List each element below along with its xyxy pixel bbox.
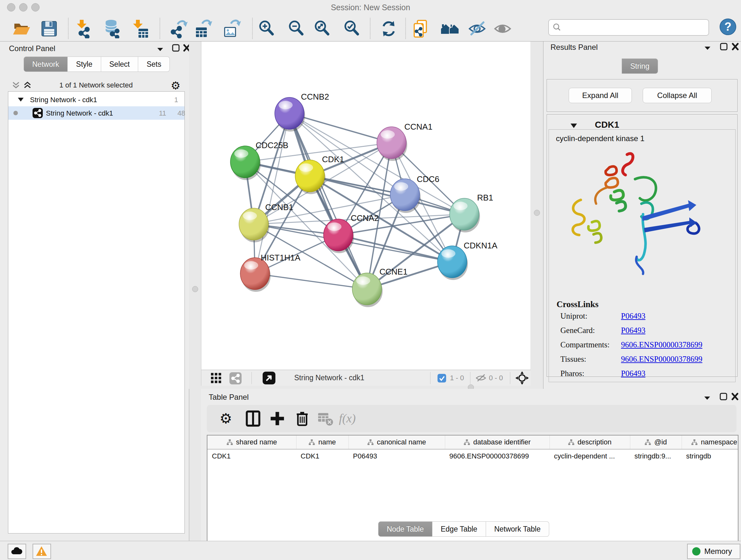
tab-network[interactable]: Network: [23, 57, 68, 72]
panel-menu-icon[interactable]: [703, 394, 712, 402]
window-title: Session: New Session: [0, 3, 741, 12]
network-edge[interactable]: [338, 235, 452, 262]
node-label-CCNB1: CCNB1: [265, 202, 293, 212]
panel-menu-icon[interactable]: [156, 45, 165, 54]
panel-close-icon[interactable]: [730, 393, 740, 401]
zoom-out-icon[interactable]: [287, 19, 306, 38]
column-header-name[interactable]: name: [296, 435, 348, 449]
table-cell[interactable]: stringdb:9...: [630, 449, 682, 463]
show-columns-icon[interactable]: [245, 410, 262, 427]
tab-network-table[interactable]: Network Table: [486, 521, 549, 537]
panel-float-icon[interactable]: [719, 43, 729, 51]
table-cell[interactable]: CDK1: [207, 449, 296, 463]
tab-select[interactable]: Select: [101, 57, 138, 72]
hide-selected-icon[interactable]: [468, 19, 487, 38]
collapse-all-button[interactable]: Collapse All: [643, 88, 712, 103]
table-cell[interactable]: P06493: [348, 449, 445, 463]
birdseye-view-icon[interactable]: [263, 372, 275, 384]
column-header-namespace[interactable]: namespace: [682, 435, 738, 449]
current-network-dot-icon: [13, 111, 18, 115]
panel-float-icon[interactable]: [171, 44, 181, 52]
collection-expander-icon[interactable]: [17, 97, 24, 102]
search-field[interactable]: [548, 19, 709, 36]
column-header-@id[interactable]: @id: [630, 435, 682, 449]
import-network-file-icon[interactable]: [74, 19, 93, 38]
zoom-fit-icon[interactable]: [313, 19, 332, 38]
results-actions-box: Expand All Collapse All: [547, 79, 738, 112]
import-network-database-icon[interactable]: [104, 19, 123, 38]
panel-close-icon[interactable]: [731, 43, 740, 51]
network-row[interactable]: String Network - cdk1 11 48: [8, 106, 185, 120]
crosslink-link[interactable]: P06493: [621, 369, 645, 378]
panel-splitter[interactable]: [530, 42, 543, 389]
export-network-icon[interactable]: [169, 19, 188, 38]
crosslink-link[interactable]: P06493: [621, 312, 645, 320]
network-edge[interactable]: [289, 113, 367, 289]
column-header-shared-name[interactable]: shared name: [207, 435, 296, 449]
table-settings-gear-icon[interactable]: ⚙: [219, 410, 237, 427]
crosslink-label: Compartments:: [560, 340, 610, 349]
zoom-in-icon[interactable]: [257, 19, 276, 38]
import-table-icon[interactable]: [130, 19, 149, 38]
tab-sets[interactable]: Sets: [138, 57, 170, 72]
node-label-CCNB2: CCNB2: [301, 92, 329, 102]
tab-edge-table[interactable]: Edge Table: [432, 521, 486, 537]
crosshair-icon[interactable]: [515, 371, 529, 385]
panel-float-icon[interactable]: [719, 393, 728, 401]
delete-column-trash-icon[interactable]: [293, 410, 311, 427]
crosslinks-heading: CrossLinks: [556, 300, 599, 309]
table-cell[interactable]: 9606.ENSP00000378699: [445, 449, 549, 463]
network-edge[interactable]: [255, 113, 289, 273]
tab-style[interactable]: Style: [68, 57, 101, 72]
network-options-gear-icon[interactable]: ⚙: [171, 79, 180, 92]
protein-expander-icon[interactable]: [570, 123, 578, 129]
network-canvas[interactable]: CCNB2CCNA1CDC25BCDK1CDC6RB1CCNB1CCNA2CDK…: [201, 42, 531, 370]
panel-splitter[interactable]: [189, 42, 201, 389]
function-builder-icon: f(x): [339, 410, 367, 427]
selected-checkbox-icon[interactable]: [437, 374, 446, 382]
column-header-description[interactable]: description: [549, 435, 630, 449]
panel-menu-icon[interactable]: [703, 44, 713, 52]
memory-label: Memory: [704, 547, 732, 556]
collection-count: 1: [174, 96, 178, 104]
crosslink-link[interactable]: P06493: [621, 326, 645, 335]
splitter-handle[interactable]: [534, 210, 540, 216]
tab-string[interactable]: String: [622, 58, 658, 74]
open-session-icon[interactable]: [12, 19, 31, 38]
save-session-icon[interactable]: [40, 19, 59, 38]
crosslink-label: Tissues:: [560, 355, 586, 364]
splitter-handle[interactable]: [192, 286, 198, 292]
table-cell[interactable]: CDK1: [296, 449, 348, 463]
share-view-icon[interactable]: [229, 372, 242, 384]
search-input[interactable]: [564, 21, 706, 33]
table-cell[interactable]: cyclin-dependent ...: [549, 449, 630, 463]
toolbar-separator: [68, 18, 69, 39]
network-collection-row[interactable]: String Network - cdk1 1: [8, 93, 185, 106]
home-icon[interactable]: [441, 19, 460, 38]
show-all-icon[interactable]: [493, 19, 512, 38]
clone-network-icon[interactable]: [411, 19, 430, 38]
memory-status-icon: [692, 547, 700, 556]
help-icon[interactable]: ?: [718, 17, 738, 37]
protein-structure-image: [562, 149, 712, 280]
node-label-CCNE1: CCNE1: [380, 267, 408, 276]
crosslink-link[interactable]: 9606.ENSP00000378699: [621, 340, 702, 349]
table-row[interactable]: CDK1CDK1P064939606.ENSP00000378699cyclin…: [207, 449, 738, 463]
apply-layout-icon[interactable]: [379, 19, 398, 38]
column-header-canonical-name[interactable]: canonical name: [348, 435, 445, 449]
column-header-database-identifier[interactable]: database identifier: [445, 435, 549, 449]
table-cell[interactable]: stringdb: [682, 449, 738, 463]
tab-node-table[interactable]: Node Table: [378, 521, 432, 537]
cloud-button[interactable]: [8, 544, 26, 559]
memory-button[interactable]: Memory: [687, 544, 740, 559]
grid-view-icon[interactable]: [211, 373, 222, 384]
export-image-icon[interactable]: [222, 19, 241, 38]
zoom-selected-icon[interactable]: [342, 19, 361, 38]
export-table-icon[interactable]: [193, 19, 212, 38]
crosslink-link[interactable]: 9606.ENSP00000378699: [621, 355, 702, 364]
expand-all-button[interactable]: Expand All: [569, 88, 632, 103]
cloud-icon: [10, 546, 23, 556]
add-column-icon[interactable]: [269, 410, 286, 427]
warnings-button[interactable]: [32, 544, 51, 559]
network-edge[interactable]: [255, 273, 367, 289]
